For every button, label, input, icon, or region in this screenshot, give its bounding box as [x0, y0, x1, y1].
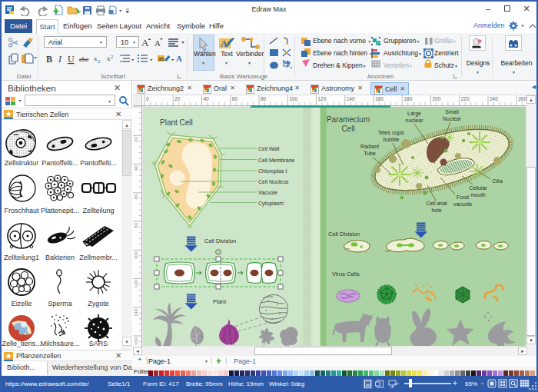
svg-text:U: U	[68, 54, 75, 65]
svg-text:Cell Nucleus: Cell Nucleus	[258, 179, 289, 184]
svg-text:100: 100	[134, 251, 138, 260]
svg-text:Large: Large	[407, 111, 421, 117]
svg-text:160: 160	[134, 337, 138, 345]
svg-text:Cell Wall: Cell Wall	[258, 146, 280, 151]
svg-text:2: 2	[111, 55, 114, 59]
svg-text:vacuole: vacuole	[453, 201, 472, 207]
svg-text:120: 120	[134, 280, 138, 288]
svg-text:240: 240	[490, 96, 498, 101]
svg-text:20: 20	[134, 137, 138, 142]
svg-text:2: 2	[98, 59, 101, 64]
svg-text:Cell Division: Cell Division	[328, 231, 360, 238]
svg-text:80: 80	[261, 96, 267, 101]
svg-text:Virus Cells: Virus Cells	[332, 271, 360, 277]
svg-text:A: A	[221, 38, 227, 49]
svg-text:20: 20	[174, 96, 181, 101]
svg-text:Food: Food	[457, 194, 469, 200]
svg-text:Chloroplas t: Chloroplas t	[258, 168, 287, 174]
svg-text:40: 40	[204, 96, 210, 101]
svg-text:140: 140	[134, 308, 138, 317]
svg-text:160: 160	[375, 96, 384, 101]
svg-text:Radiant: Radiant	[360, 144, 379, 149]
svg-text:Paramecium: Paramecium	[327, 115, 370, 124]
svg-text:0: 0	[146, 96, 149, 101]
svg-text:180: 180	[404, 96, 412, 101]
svg-text:Small: Small	[445, 109, 459, 115]
svg-text:Cell Membrane: Cell Membrane	[258, 158, 295, 163]
svg-text:A: A	[141, 37, 149, 48]
svg-text:Cellular: Cellular	[469, 185, 487, 191]
svg-text:Vacuole: Vacuole	[258, 190, 277, 195]
svg-text:nuclear: nuclear	[406, 118, 424, 123]
svg-text:Plant: Plant	[213, 298, 227, 305]
svg-text:260: 260	[518, 96, 526, 101]
svg-text:Cell: Cell	[341, 125, 354, 133]
svg-text:100: 100	[289, 96, 297, 101]
svg-text:abc: abc	[79, 55, 89, 63]
svg-text:40: 40	[134, 165, 138, 171]
svg-text:Cell Division: Cell Division	[204, 238, 236, 244]
svg-text:Cytoplasm: Cytoplasm	[258, 201, 284, 207]
svg-text:I: I	[58, 54, 62, 65]
svg-text:mouth: mouth	[470, 192, 486, 198]
svg-text:220: 220	[461, 96, 470, 101]
svg-text:hole: hole	[431, 208, 441, 213]
svg-text:60: 60	[134, 194, 138, 199]
svg-text:140: 140	[347, 96, 355, 101]
svg-text:Cilia: Cilia	[492, 178, 503, 184]
svg-text:A: A	[176, 54, 182, 63]
svg-text:120: 120	[318, 96, 327, 101]
svg-text:B: B	[46, 54, 52, 65]
svg-text:Plant Cell: Plant Cell	[160, 118, 193, 127]
svg-text:Cell anal: Cell anal	[426, 201, 447, 206]
svg-text:bubble: bubble	[383, 137, 399, 142]
svg-text:Tube: Tube	[364, 151, 376, 156]
svg-text:ab: ab	[158, 56, 164, 61]
svg-text:80: 80	[134, 222, 138, 228]
svg-text:200: 200	[433, 96, 441, 101]
svg-text:Teles copic: Teles copic	[378, 130, 405, 136]
svg-text:Nuclear: Nuclear	[443, 116, 462, 121]
svg-text:60: 60	[232, 96, 238, 101]
svg-text:A: A	[154, 38, 161, 48]
